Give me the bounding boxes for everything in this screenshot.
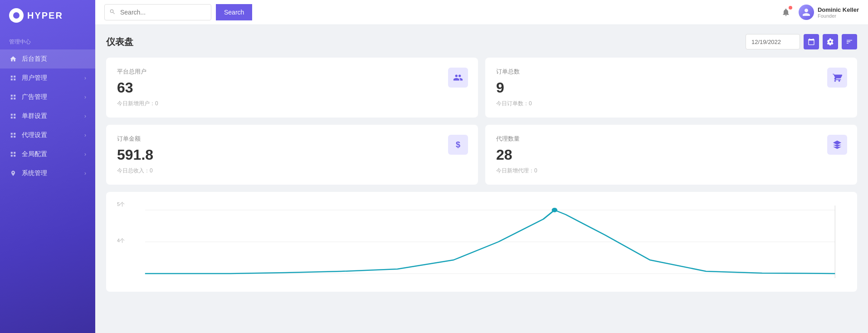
svg-rect-2	[11, 78, 13, 80]
stat-label-order-amount: 订单金额	[117, 135, 467, 143]
stat-sub-total-orders: 今日订单数：0	[496, 100, 846, 108]
svg-rect-7	[14, 98, 15, 99]
svg-rect-16	[11, 152, 13, 154]
sidebar-item-label-global: 全局配置	[22, 150, 80, 158]
sidebar-item-cluster[interactable]: 单群设置 ›	[0, 107, 95, 126]
user-profile[interactable]: Dominic Keller Founder	[799, 5, 859, 20]
chart-svg	[117, 206, 846, 278]
svg-rect-0	[11, 76, 13, 78]
main-content: Search Dominic Keller Founder 仪表盘	[95, 0, 868, 333]
arrow-icon-global: ›	[84, 151, 86, 157]
notification-badge	[789, 6, 792, 10]
arrow-icon-ad: ›	[84, 94, 86, 100]
calendar-button[interactable]	[804, 34, 819, 49]
page-title: 仪表盘	[106, 36, 133, 48]
sidebar-item-label-system: 系统管理	[22, 169, 80, 177]
sidebar-item-system[interactable]: 系统管理 ›	[0, 164, 95, 183]
arrow-icon-agent: ›	[84, 132, 86, 138]
svg-rect-4	[11, 95, 13, 97]
sidebar-item-user[interactable]: 用户管理 ›	[0, 69, 95, 88]
sidebar-item-ad[interactable]: 广告管理 ›	[0, 88, 95, 107]
svg-rect-9	[14, 114, 15, 116]
svg-rect-17	[14, 152, 15, 154]
chart-y-label-5: 5个	[117, 201, 125, 208]
date-input[interactable]	[746, 34, 800, 49]
arrow-icon-system: ›	[84, 170, 86, 176]
stat-label-agent-count: 代理数量	[496, 135, 846, 143]
stat-value-agent-count: 28	[496, 147, 846, 163]
grid-icon-global	[9, 150, 17, 158]
notification-bell[interactable]	[778, 4, 794, 20]
sidebar: HYPER 管理中心 后台首页 用户管理 › 广告管理 ›	[0, 0, 95, 333]
grid-icon-cluster	[9, 112, 17, 120]
arrow-icon-cluster: ›	[84, 113, 86, 119]
header: Search Dominic Keller Founder	[95, 0, 868, 25]
svg-rect-11	[14, 117, 15, 118]
sidebar-item-global[interactable]: 全局配置 ›	[0, 145, 95, 164]
svg-rect-5	[14, 95, 15, 97]
sidebar-item-label-user: 用户管理	[22, 74, 80, 82]
stat-value-order-amount: 591.8	[117, 147, 467, 163]
search-container	[104, 4, 211, 20]
sidebar-item-label-cluster: 单群设置	[22, 112, 80, 120]
logo-text: HYPER	[27, 10, 63, 21]
sidebar-section-title: 管理中心	[0, 31, 95, 49]
stat-value-total-orders: 9	[496, 79, 846, 96]
stat-label-total-users: 平台总用户	[117, 68, 467, 76]
settings-button[interactable]	[823, 34, 838, 49]
svg-rect-8	[11, 114, 13, 116]
sidebar-item-label-agent: 代理设置	[22, 131, 80, 139]
svg-rect-14	[11, 136, 13, 137]
svg-rect-12	[11, 133, 13, 135]
user-name: Dominic Keller	[818, 6, 859, 13]
page-header: 仪表盘	[106, 34, 857, 49]
home-icon	[9, 55, 17, 63]
grid-icon-user	[9, 74, 17, 82]
chart-container: 5个 4个	[106, 192, 857, 292]
grid-icon-ad	[9, 93, 17, 101]
stat-value-total-users: 63	[117, 79, 467, 96]
location-icon-system	[9, 169, 17, 177]
svg-rect-1	[14, 76, 15, 78]
sidebar-item-agent[interactable]: 代理设置 ›	[0, 126, 95, 145]
svg-rect-6	[11, 98, 13, 99]
stats-grid: 平台总用户 63 今日新增用户：0 订单总数 9 今日订单数：0 $ 订单金额 …	[106, 58, 857, 185]
search-input[interactable]	[120, 9, 211, 16]
orders-icon	[827, 68, 847, 88]
stat-card-total-users: 平台总用户 63 今日新增用户：0	[106, 58, 478, 118]
content-area: 仪表盘	[95, 25, 868, 333]
stat-label-total-orders: 订单总数	[496, 68, 846, 76]
sidebar-item-label-ad: 广告管理	[22, 93, 80, 101]
stat-card-total-orders: 订单总数 9 今日订单数：0	[485, 58, 857, 118]
svg-rect-3	[14, 78, 15, 80]
grid-icon-agent	[9, 131, 17, 139]
sidebar-item-label-home: 后台首页	[22, 55, 86, 63]
logo-icon	[9, 8, 24, 23]
search-button[interactable]: Search	[216, 4, 252, 20]
sidebar-item-home[interactable]: 后台首页	[0, 49, 95, 69]
agent-icon	[827, 135, 847, 155]
svg-rect-18	[11, 155, 13, 157]
svg-rect-13	[14, 133, 15, 135]
users-icon	[448, 68, 468, 88]
sidebar-logo: HYPER	[0, 0, 95, 31]
user-role: Founder	[818, 13, 859, 19]
chart-y-label-4: 4个	[117, 237, 125, 244]
stat-sub-total-users: 今日新增用户：0	[117, 100, 467, 108]
filter-button[interactable]	[842, 34, 857, 49]
dollar-icon: $	[448, 135, 468, 155]
stat-sub-order-amount: 今日总收入：0	[117, 167, 467, 175]
user-info: Dominic Keller Founder	[818, 6, 859, 19]
svg-rect-15	[14, 136, 15, 137]
stat-sub-agent-count: 今日新增代理：0	[496, 167, 846, 175]
arrow-icon-user: ›	[84, 75, 86, 81]
avatar	[799, 5, 814, 20]
svg-rect-19	[14, 155, 15, 157]
page-actions	[746, 34, 857, 49]
svg-point-24	[552, 208, 557, 212]
svg-rect-10	[11, 117, 13, 118]
stat-card-order-amount: $ 订单金额 591.8 今日总收入：0	[106, 125, 478, 185]
search-icon	[105, 9, 120, 16]
stat-card-agent-count: 代理数量 28 今日新增代理：0	[485, 125, 857, 185]
